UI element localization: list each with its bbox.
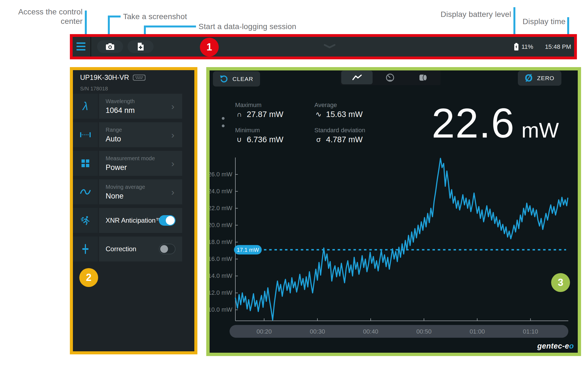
callout-badge-1: 1	[200, 38, 219, 57]
annotation-screenshot: Take a screenshot	[123, 12, 187, 21]
annotation-line-datalog-h	[144, 26, 196, 27]
battery-percent: 11%	[521, 43, 533, 50]
toolbar-divider	[90, 37, 91, 57]
clock-display: 15:48 PM	[541, 37, 571, 57]
menu-button[interactable]	[77, 40, 85, 52]
screenshot-button[interactable]	[97, 40, 123, 53]
new-document-icon	[137, 42, 144, 51]
callout-badge-3: 3	[551, 273, 570, 292]
annotation-battery: Display battery level	[435, 10, 511, 19]
time-text: 15:48 PM	[545, 43, 571, 50]
callout-frame-display	[206, 67, 581, 356]
annotation-time: Display time	[510, 17, 566, 26]
annotation-control-center: Access the control center	[6, 7, 83, 26]
battery-icon	[514, 43, 519, 51]
menu-icon	[77, 42, 85, 44]
annotation-datalog: Start a data-logging session	[198, 22, 296, 31]
app-toolbar: 11% 15:48 PM	[73, 37, 574, 57]
callout-badge-2: 2	[79, 268, 98, 287]
toolbar-collapse-chevron-icon[interactable]	[324, 44, 336, 49]
callout-frame-sidebar	[70, 67, 197, 354]
camera-icon	[105, 43, 115, 50]
battery-status: 11%	[514, 37, 533, 57]
datalog-button[interactable]	[128, 40, 154, 53]
